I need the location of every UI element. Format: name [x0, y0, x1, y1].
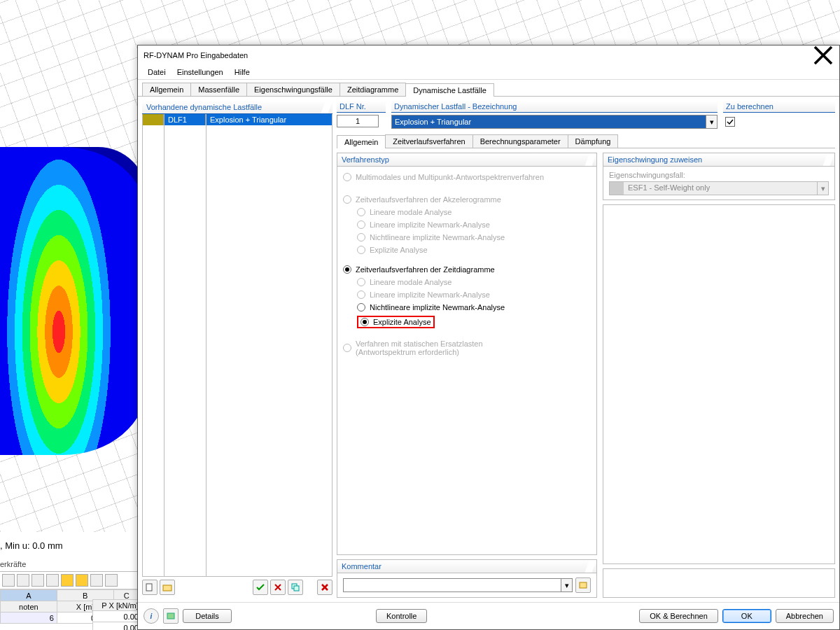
radio-td-linear-modal: Lineare modale Analyse — [343, 276, 591, 288]
proc-type-header: Verfahrenstyp — [337, 153, 596, 167]
tab-eigenschwingungsfaelle[interactable]: Eigenschwingungsfälle — [246, 83, 340, 96]
kontrolle-button[interactable]: Kontrolle — [376, 609, 427, 623]
radio-accel-linear-modal: Lineare modale Analyse — [343, 206, 591, 218]
svg-rect-3 — [294, 586, 299, 591]
comment-pick-button[interactable] — [575, 578, 591, 593]
dlf-name: Explosion + Triangular — [206, 114, 332, 125]
radio-accel-linear-newmark: Lineare implizite Newmark-Analyse — [343, 218, 591, 231]
color-swatch-icon — [610, 182, 624, 195]
col-header[interactable]: A — [1, 590, 57, 601]
dlf-list[interactable]: DLF1 Explosion + Triangular — [142, 114, 332, 577]
dlf-nr-label: DLF Nr. — [337, 101, 386, 113]
to-calc-checkbox[interactable] — [725, 117, 735, 127]
panel-label-truncated: erkräfte — [0, 560, 26, 568]
comment-input[interactable] — [344, 579, 561, 592]
chevron-down-icon[interactable]: ▾ — [561, 579, 572, 592]
left-list-header: Vorhandene dynamische Lastfälle — [142, 101, 332, 114]
details-button[interactable]: Details — [183, 609, 232, 623]
comment-header: Kommentar — [337, 560, 596, 573]
dlf-name-input[interactable] — [392, 115, 706, 128]
comment-combo[interactable]: ▾ — [343, 578, 573, 592]
check-all-button[interactable] — [253, 580, 268, 595]
status-text: , Min u: 0.0 mm — [0, 540, 63, 551]
chevron-down-icon: ▾ — [817, 182, 828, 195]
units-button[interactable] — [163, 608, 178, 624]
radio-accel-nonlinear-newmark: Nichtlineare implizite Newmark-Analyse — [343, 231, 591, 244]
dialog-rf-dynam: RF-DYNAM Pro Eingabedaten Datei Einstell… — [137, 45, 840, 630]
radio-accel-timehistory: Zeitverlaufsverfahren der Akzelerogramme — [343, 193, 591, 206]
chevron-down-icon[interactable]: ▾ — [706, 115, 717, 128]
menu-hilfe[interactable]: Hilfe — [230, 66, 254, 78]
tab-massenfaelle[interactable]: Massenfälle — [190, 83, 247, 96]
copy-button[interactable] — [288, 580, 303, 595]
dlf-id: DLF1 — [164, 114, 206, 125]
sheet-tool-icon[interactable] — [31, 574, 44, 587]
menubar: Datei Einstellungen Hilfe — [138, 65, 839, 80]
cell[interactable]: 6 — [1, 612, 57, 624]
uncheck-button[interactable] — [270, 580, 286, 595]
svg-rect-1 — [163, 585, 172, 591]
radio-timediagram-timehistory[interactable]: Zeitverlaufsverfahren der Zeitdiagramme — [343, 263, 591, 276]
sub-tabs: Allgemein Zeitverlaufsverfahren Berechnu… — [337, 134, 835, 148]
dlf-name-label: Dynamischer Lastfall - Bezeichnung — [391, 101, 718, 113]
new-item-button[interactable] — [142, 580, 158, 595]
ok-button[interactable]: OK — [722, 609, 771, 623]
sheet-tool-icon[interactable] — [61, 574, 74, 587]
svg-rect-5 — [167, 613, 174, 619]
sheet-tool-icon[interactable] — [17, 574, 29, 587]
tab-dynamische-lastfaelle[interactable]: Dynamische Lastfälle — [405, 83, 494, 97]
eigen-combo: ESF1 - Self-Weight only ▾ — [609, 181, 829, 195]
tab-zeitdiagramme[interactable]: Zeitdiagramme — [340, 83, 406, 96]
col-sub: noten — [1, 601, 57, 612]
new-folder-button[interactable] — [160, 580, 175, 595]
svg-rect-4 — [580, 582, 587, 588]
main-tabs: Allgemein Massenfälle Eigenschwingungsfä… — [138, 80, 839, 97]
help-button[interactable]: i — [144, 608, 159, 624]
radio-td-nonlinear-newmark[interactable]: Nichtlineare implizite Newmark-Analyse — [343, 301, 591, 314]
dialog-title: RF-DYNAM Pro Eingabedaten — [144, 51, 248, 59]
subtab-daempfung[interactable]: Dämpfung — [568, 134, 619, 148]
delete-button[interactable] — [317, 580, 332, 595]
cancel-button[interactable]: Abbrechen — [776, 609, 834, 623]
menu-datei[interactable]: Datei — [144, 66, 170, 78]
sheet-tool-icon[interactable] — [90, 574, 103, 587]
list-item[interactable]: DLF1 Explosion + Triangular — [143, 114, 332, 125]
eigen-header: Eigenschwingung zuweisen — [603, 153, 834, 167]
sheet-tool-icon[interactable] — [2, 574, 15, 587]
sheet-tool-icon[interactable] — [105, 574, 118, 587]
eigen-label: Eigenschwingungsfall: — [609, 171, 829, 179]
subtab-berechnungsparameter[interactable]: Berechnungsparameter — [472, 134, 568, 148]
subtab-allgemein[interactable]: Allgemein — [337, 135, 386, 148]
svg-rect-0 — [146, 584, 152, 591]
radio-static-equiv: Verfahren mit statischen Ersatzlasten (A… — [343, 337, 591, 358]
close-icon[interactable] — [813, 48, 834, 62]
color-swatch-icon — [143, 114, 164, 125]
radio-td-explicit[interactable]: Explizite Analyse — [343, 314, 591, 330]
sheet-tool-icon[interactable] — [76, 574, 88, 587]
tab-allgemein[interactable]: Allgemein — [142, 83, 191, 96]
dlf-name-combo[interactable]: ▾ — [391, 115, 718, 129]
ok-calc-button[interactable]: OK & Berechnen — [639, 609, 718, 623]
dlf-nr-input[interactable] — [337, 115, 379, 127]
sheet-tool-icon[interactable] — [46, 574, 59, 587]
model-cylinder — [0, 147, 147, 455]
radio-td-linear-newmark: Lineare implizite Newmark-Analyse — [343, 288, 591, 301]
radio-multimodal: Multimodales und Multipunkt-Antwortspekt… — [343, 171, 591, 183]
menu-einstellungen[interactable]: Einstellungen — [173, 66, 227, 78]
subtab-zeitverlaufsverfahren[interactable]: Zeitverlaufsverfahren — [385, 134, 472, 148]
to-calc-label: Zu berechnen — [723, 101, 835, 113]
radio-accel-explicit: Explizite Analyse — [343, 244, 591, 256]
